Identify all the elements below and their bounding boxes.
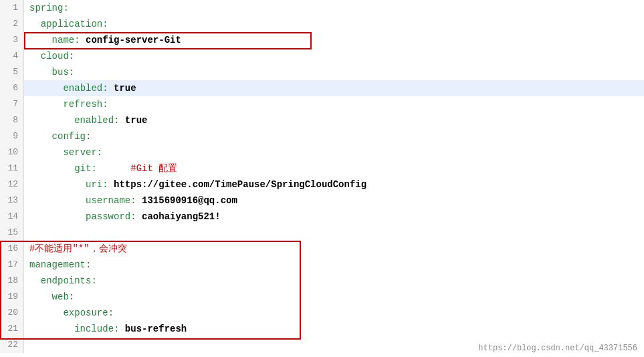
line-content: enabled: true — [24, 112, 644, 128]
table-row: 3 name: config-server-Git — [0, 32, 644, 48]
key-text: config: — [52, 131, 92, 142]
value-str-text: config-server-Git — [86, 35, 181, 45]
table-row: 1spring: — [0, 0, 644, 16]
value-bool-text: true — [114, 83, 136, 94]
value-str-text: 1315690916@qq.com — [142, 195, 237, 206]
line-number: 9 — [0, 128, 24, 144]
key-text: bus: — [52, 67, 75, 78]
line-content: #不能适用"*"，会冲突 — [24, 241, 644, 257]
table-row: 9 config: — [0, 128, 644, 144]
comment-text: #Git 配置 — [130, 163, 177, 174]
table-row: 16#不能适用"*"，会冲突 — [0, 241, 644, 257]
line-number: 4 — [0, 48, 24, 64]
line-content: exposure: — [24, 305, 644, 321]
line-number: 15 — [0, 225, 24, 241]
watermark: https://blog.csdn.net/qq_43371556 — [478, 344, 637, 353]
table-row: 10 server: — [0, 144, 644, 160]
key-text: uri: — [86, 179, 114, 190]
code-lines: 1spring:2 application:3 name: config-ser… — [0, 0, 644, 353]
table-row: 11 git: #Git 配置 — [0, 160, 644, 176]
value-str-text: caohaiyang521! — [142, 211, 221, 222]
table-row: 13 username: 1315690916@qq.com — [0, 193, 644, 209]
table-row: 6 enabled: true — [0, 80, 644, 96]
line-number: 16 — [0, 241, 24, 257]
value-str-text: https://gitee.com/TimePause/SpringCloudC… — [114, 179, 366, 190]
line-content: include: bus-refresh — [24, 321, 644, 337]
key-text: username: — [86, 195, 142, 206]
line-content: username: 1315690916@qq.com — [24, 193, 644, 209]
table-row: 17management: — [0, 257, 644, 273]
line-content: name: config-server-Git — [24, 32, 644, 48]
line-content: bus: — [24, 64, 644, 80]
line-number: 20 — [0, 305, 24, 321]
line-number: 1 — [0, 0, 24, 16]
line-number: 8 — [0, 112, 24, 128]
line-number: 19 — [0, 289, 24, 305]
line-content: web: — [24, 289, 644, 305]
key-text: spring: — [29, 3, 69, 13]
line-number: 5 — [0, 64, 24, 80]
value-str-text: bus-refresh — [125, 324, 187, 334]
line-number: 18 — [0, 273, 24, 289]
line-number: 13 — [0, 193, 24, 209]
key-text: endpoints: — [41, 275, 97, 286]
line-content: endpoints: — [24, 273, 644, 289]
line-number: 7 — [0, 96, 24, 112]
key-text: exposure: — [63, 308, 114, 318]
table-row: 4 cloud: — [0, 48, 644, 64]
table-row: 20 exposure: — [0, 305, 644, 321]
line-number: 14 — [0, 209, 24, 225]
code-editor: 1spring:2 application:3 name: config-ser… — [0, 0, 644, 357]
key-text: git: — [74, 163, 130, 174]
line-number: 10 — [0, 144, 24, 160]
key-text: enabled: — [63, 83, 114, 94]
key-text: enabled: — [74, 115, 125, 126]
key-text: application: — [41, 19, 108, 29]
table-row: 8 enabled: true — [0, 112, 644, 128]
key-text: server: — [63, 147, 102, 158]
line-content: enabled: true — [24, 80, 644, 96]
line-number: 21 — [0, 321, 24, 337]
table-row: 14 password: caohaiyang521! — [0, 209, 644, 225]
line-number: 17 — [0, 257, 24, 273]
comment-text: #不能适用"*"，会冲突 — [29, 243, 127, 254]
table-row: 5 bus: — [0, 64, 644, 80]
line-content: uri: https://gitee.com/TimePause/SpringC… — [24, 176, 644, 193]
table-row: 21 include: bus-refresh — [0, 321, 644, 337]
value-bool-text: true — [125, 115, 148, 126]
table-row: 19 web: — [0, 289, 644, 305]
key-text: cloud: — [41, 51, 74, 62]
key-text: name: — [52, 35, 86, 45]
line-number: 6 — [0, 80, 24, 96]
table-row: 2 application: — [0, 16, 644, 32]
line-content: refresh: — [24, 96, 644, 112]
line-number: 3 — [0, 32, 24, 48]
table-row: 12 uri: https://gitee.com/TimePause/Spri… — [0, 176, 644, 193]
line-number: 22 — [0, 337, 24, 353]
table-row: 15 — [0, 225, 644, 241]
line-content: spring: — [24, 0, 644, 16]
line-content: cloud: — [24, 48, 644, 64]
line-content: management: — [24, 257, 644, 273]
line-content: git: #Git 配置 — [24, 160, 644, 176]
table-row: 18 endpoints: — [0, 273, 644, 289]
line-content: server: — [24, 144, 644, 160]
line-content: application: — [24, 16, 644, 32]
line-number: 2 — [0, 16, 24, 32]
key-text: refresh: — [63, 99, 108, 110]
line-content: config: — [24, 128, 644, 144]
table-row: 7 refresh: — [0, 96, 644, 112]
key-text: management: — [29, 259, 91, 270]
line-number: 12 — [0, 176, 24, 193]
key-text: web: — [52, 291, 75, 302]
key-text: include: — [74, 324, 125, 334]
key-text: password: — [86, 211, 142, 222]
line-number: 11 — [0, 160, 24, 176]
line-content: password: caohaiyang521! — [24, 209, 644, 225]
